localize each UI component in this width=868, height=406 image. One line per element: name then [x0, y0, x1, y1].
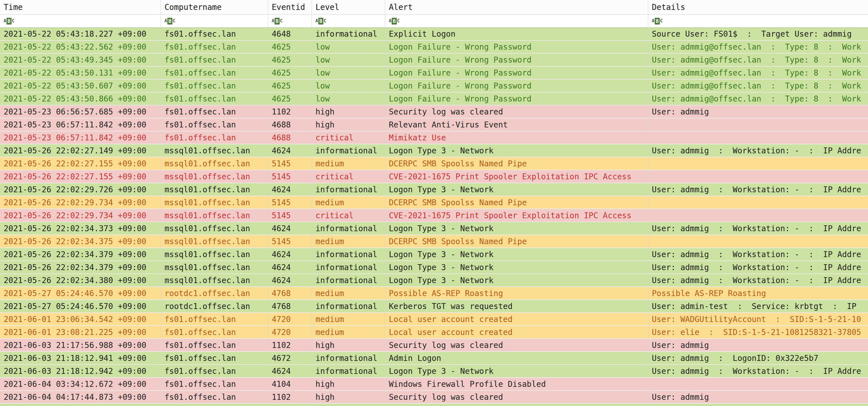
cell-eventid[interactable]: 4104	[268, 378, 312, 390]
table-row[interactable]: 2021-05-23 06:56:57.685 +09:00fs01.offse…	[0, 105, 868, 119]
cell-alert[interactable]: Logon Type 3 - Network	[385, 248, 648, 261]
cell-alert[interactable]: Admin Logon	[385, 352, 648, 364]
cell-level[interactable]: informational	[312, 222, 385, 235]
cell-computername[interactable]: fs01.offsec.lan	[161, 365, 268, 377]
table-row[interactable]: 2021-06-03 21:18:12.941 +09:00fs01.offse…	[0, 352, 868, 365]
cell-alert[interactable]	[385, 404, 648, 406]
cell-eventid[interactable]: 5145	[268, 209, 312, 222]
cell-level[interactable]: medium	[312, 235, 385, 247]
table-row[interactable]: 2021-05-26 22:02:29.734 +09:00mssql01.of…	[0, 209, 868, 222]
cell-details[interactable]: User: admmig@offsec.lan : Type: 8 : Work	[648, 93, 868, 105]
cell-alert[interactable]: DCERPC SMB Spoolss Named Pipe	[385, 235, 648, 247]
cell-time[interactable]	[0, 404, 161, 406]
cell-details[interactable]	[648, 119, 868, 131]
cell-computername[interactable]: mssql01.offsec.lan	[161, 209, 268, 222]
table-row[interactable]: 2021-06-04 03:34:12.672 +09:00fs01.offse…	[0, 378, 868, 391]
cell-eventid[interactable]: 4625	[268, 79, 312, 92]
cell-computername[interactable]: fs01.offsec.lan	[161, 67, 268, 79]
cell-level[interactable]: low	[312, 67, 385, 79]
cell-eventid[interactable]: 4624	[268, 365, 312, 377]
table-row[interactable]: 2021-05-26 22:02:29.726 +09:00mssql01.of…	[0, 183, 868, 196]
cell-time[interactable]: 2021-05-26 22:02:34.373 +09:00	[0, 222, 161, 235]
cell-details[interactable]: User: WADGUtilityAccount : SID:S-1-5-21-…	[648, 313, 868, 325]
cell-time[interactable]: 2021-06-04 04:17:44.873 +09:00	[0, 391, 161, 403]
cell-alert[interactable]: Logon Type 3 - Network	[385, 144, 648, 157]
cell-alert[interactable]: Security log was cleared	[385, 105, 648, 118]
cell-level[interactable]: informational	[312, 352, 385, 364]
cell-level[interactable]: medium	[312, 157, 385, 170]
cell-details[interactable]: User: admmig : Workstation: - : IP Addre	[648, 365, 868, 377]
table-row[interactable]: 2021-05-26 22:02:34.380 +09:00mssql01.of…	[0, 274, 868, 287]
cell-eventid[interactable]: 4625	[268, 41, 312, 53]
column-header-details[interactable]: Details	[648, 0, 868, 14]
cell-eventid[interactable]: 5145	[268, 235, 312, 247]
cell-level[interactable]: medium	[312, 313, 385, 325]
cell-level[interactable]: high	[312, 378, 385, 390]
column-header-time[interactable]: Time	[0, 0, 161, 14]
cell-alert[interactable]: DCERPC SMB Spoolss Named Pipe	[385, 196, 648, 209]
cell-alert[interactable]: CVE-2021-1675 Print Spooler Exploitation…	[385, 170, 648, 183]
cell-time[interactable]: 2021-05-22 05:43:50.131 +09:00	[0, 67, 161, 79]
cell-eventid[interactable]: 4624	[268, 144, 312, 157]
cell-time[interactable]: 2021-05-23 06:56:57.685 +09:00	[0, 105, 161, 118]
table-row[interactable]: 2021-05-26 22:02:34.379 +09:00mssql01.of…	[0, 248, 868, 261]
table-row[interactable]: 2021-06-04 04:17:44.873 +09:00fs01.offse…	[0, 391, 868, 404]
cell-alert[interactable]: Explicit Logon	[385, 28, 648, 40]
cell-details[interactable]: User: admmig	[648, 391, 868, 403]
cell-eventid[interactable]: 4624	[268, 274, 312, 286]
cell-computername[interactable]: mssql01.offsec.lan	[161, 157, 268, 170]
cell-time[interactable]: 2021-05-27 05:24:46.570 +09:00	[0, 300, 161, 312]
cell-time[interactable]: 2021-05-22 05:43:50.607 +09:00	[0, 79, 161, 92]
filter-cell-time[interactable]: ABC	[0, 15, 161, 27]
cell-level[interactable]: informational	[312, 404, 385, 406]
table-row[interactable]: 2021-05-22 05:43:22.562 +09:00fs01.offse…	[0, 41, 868, 54]
cell-details[interactable]	[648, 378, 868, 390]
table-row[interactable]: 2021-05-22 05:43:50.131 +09:00fs01.offse…	[0, 67, 868, 79]
cell-computername[interactable]: fs01.offsec.lan	[161, 391, 268, 403]
cell-level[interactable]: informational	[312, 183, 385, 196]
cell-alert[interactable]: Possible AS-REP Roasting	[385, 287, 648, 299]
cell-computername[interactable]: fs01.offsec.lan	[161, 313, 268, 325]
cell-details[interactable]: User: admin-test : Service: krbtgt : IP	[648, 300, 868, 312]
cell-eventid[interactable]: 4768	[268, 300, 312, 312]
filter-cell-level[interactable]: ABC	[312, 15, 385, 27]
cell-eventid[interactable]: 4672	[268, 352, 312, 364]
cell-details[interactable]: User: admmig@offsec.lan : Type: 8 : Work	[648, 54, 868, 66]
cell-details[interactable]	[648, 196, 868, 209]
cell-computername[interactable]: mssql01.offsec.lan	[161, 183, 268, 196]
cell-eventid[interactable]: 4624	[268, 222, 312, 235]
filter-cell-computername[interactable]: ABC	[161, 15, 268, 27]
table-row[interactable]: 2021-05-26 22:02:27.155 +09:00mssql01.of…	[0, 170, 868, 183]
cell-computername[interactable]: fs01.offsec.lan	[161, 352, 268, 364]
cell-level[interactable]: informational	[312, 274, 385, 286]
cell-details[interactable]: User: admmig : Workstation: - : IP Addre	[648, 248, 868, 261]
cell-computername[interactable]: fs01.offsec.lan	[161, 28, 268, 40]
cell-details[interactable]: User: admmig : Workstation: - : IP Addre	[648, 274, 868, 286]
cell-alert[interactable]: Logon Type 3 - Network	[385, 261, 648, 273]
cell-level[interactable]: informational	[312, 144, 385, 157]
cell-eventid[interactable]: 4625	[268, 54, 312, 66]
cell-alert[interactable]: Logon Failure - Wrong Password	[385, 93, 648, 105]
cell-details[interactable]: Source User: FS01$ : Target User: admmig	[648, 28, 868, 40]
cell-alert[interactable]: DCERPC SMB Spoolss Named Pipe	[385, 157, 648, 170]
filter-cell-eventid[interactable]: ABC	[268, 15, 312, 27]
cell-time[interactable]: 2021-05-23 06:57:11.842 +09:00	[0, 119, 161, 131]
cell-alert[interactable]: Logon Failure - Wrong Password	[385, 79, 648, 92]
cell-details[interactable]	[648, 209, 868, 222]
cell-time[interactable]: 2021-06-03 21:18:12.941 +09:00	[0, 352, 161, 364]
cell-computername[interactable]: mssql01.offsec.lan	[161, 222, 268, 235]
cell-time[interactable]: 2021-05-26 22:02:29.734 +09:00	[0, 196, 161, 209]
cell-alert[interactable]: Mimikatz Use	[385, 131, 648, 144]
cell-alert[interactable]: Logon Failure - Wrong Password	[385, 67, 648, 79]
filter-cell-alert[interactable]: ABC	[385, 15, 648, 27]
cell-eventid[interactable]: 4688	[268, 119, 312, 131]
table-row[interactable]: 2021-05-27 05:24:46.570 +09:00rootdc1.of…	[0, 300, 868, 313]
cell-computername[interactable]: rootdc1.offsec.lan	[161, 287, 268, 299]
cell-level[interactable]: high	[312, 105, 385, 118]
cell-time[interactable]: 2021-05-22 05:43:22.562 +09:00	[0, 41, 161, 53]
cell-details[interactable]: User: admmig : Workstation: - : IP Addre	[648, 261, 868, 273]
cell-eventid[interactable]: 4720	[268, 313, 312, 325]
column-header-alert[interactable]: Alert	[385, 0, 648, 14]
table-row[interactable]: 2021-05-22 05:43:18.227 +09:00fs01.offse…	[0, 28, 868, 41]
cell-level[interactable]: informational	[312, 261, 385, 273]
